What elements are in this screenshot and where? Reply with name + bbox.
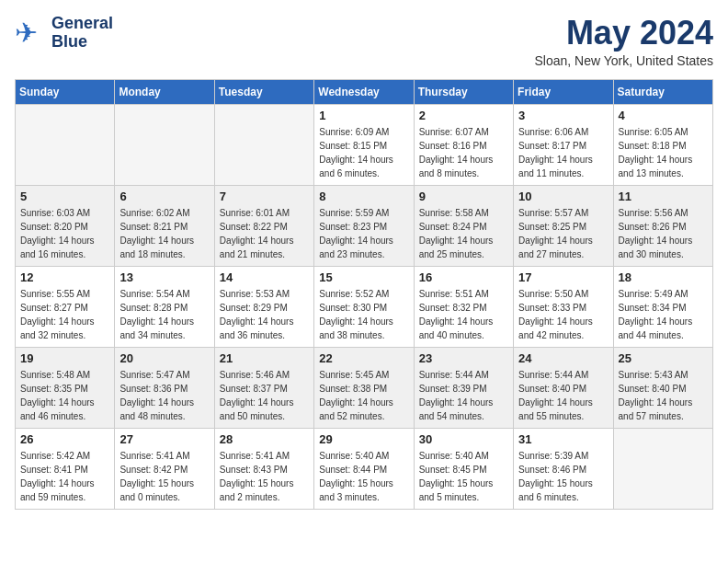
calendar-week-row: 12Sunrise: 5:55 AMSunset: 8:27 PMDayligh…: [16, 266, 713, 347]
day-info: Sunrise: 5:55 AMSunset: 8:27 PMDaylight:…: [20, 287, 109, 342]
svg-text:✈: ✈: [15, 17, 38, 48]
calendar-cell: 28Sunrise: 5:41 AMSunset: 8:43 PMDayligh…: [214, 428, 313, 509]
calendar-week-row: 26Sunrise: 5:42 AMSunset: 8:41 PMDayligh…: [16, 428, 713, 509]
day-number: 31: [518, 432, 608, 446]
day-info: Sunrise: 5:52 AMSunset: 8:30 PMDaylight:…: [319, 287, 408, 342]
day-number: 14: [220, 270, 309, 284]
day-info: Sunrise: 6:03 AMSunset: 8:20 PMDaylight:…: [20, 206, 109, 261]
calendar-cell: 21Sunrise: 5:46 AMSunset: 8:37 PMDayligh…: [214, 347, 313, 428]
calendar-cell: 14Sunrise: 5:53 AMSunset: 8:29 PMDayligh…: [214, 266, 313, 347]
calendar-cell: 4Sunrise: 6:05 AMSunset: 8:18 PMDaylight…: [613, 104, 712, 185]
calendar-cell: 27Sunrise: 5:41 AMSunset: 8:42 PMDayligh…: [115, 428, 214, 509]
calendar-cell: 7Sunrise: 6:01 AMSunset: 8:22 PMDaylight…: [214, 185, 313, 266]
day-info: Sunrise: 5:54 AMSunset: 8:28 PMDaylight:…: [119, 287, 209, 342]
day-number: 28: [220, 432, 309, 446]
calendar-cell: 6Sunrise: 6:02 AMSunset: 8:21 PMDaylight…: [115, 185, 214, 266]
weekday-header-thursday: Thursday: [414, 79, 513, 104]
calendar-cell: [16, 104, 115, 185]
weekday-header-row: SundayMondayTuesdayWednesdayThursdayFrid…: [16, 79, 713, 104]
calendar-cell: 24Sunrise: 5:44 AMSunset: 8:40 PMDayligh…: [514, 347, 613, 428]
calendar-cell: 9Sunrise: 5:58 AMSunset: 8:24 PMDaylight…: [414, 185, 513, 266]
calendar-week-row: 1Sunrise: 6:09 AMSunset: 8:15 PMDaylight…: [16, 104, 713, 185]
calendar-cell: 18Sunrise: 5:49 AMSunset: 8:34 PMDayligh…: [613, 266, 712, 347]
day-number: 16: [419, 270, 508, 284]
day-number: 17: [518, 270, 608, 284]
calendar-cell: [613, 428, 712, 509]
day-number: 23: [419, 351, 508, 365]
day-info: Sunrise: 5:48 AMSunset: 8:35 PMDaylight:…: [20, 368, 109, 423]
page-header: ✈ General Blue May 2024 Sloan, New York,…: [15, 15, 713, 68]
day-number: 15: [319, 270, 408, 284]
day-number: 25: [619, 351, 708, 365]
calendar-cell: 31Sunrise: 5:39 AMSunset: 8:46 PMDayligh…: [514, 428, 613, 509]
calendar-cell: 5Sunrise: 6:03 AMSunset: 8:20 PMDaylight…: [16, 185, 115, 266]
logo-text: General Blue: [51, 15, 113, 52]
calendar-cell: 23Sunrise: 5:44 AMSunset: 8:39 PMDayligh…: [414, 347, 513, 428]
day-number: 30: [419, 432, 508, 446]
calendar-cell: 12Sunrise: 5:55 AMSunset: 8:27 PMDayligh…: [16, 266, 115, 347]
day-number: 2: [419, 109, 508, 122]
day-info: Sunrise: 5:45 AMSunset: 8:38 PMDaylight:…: [319, 368, 408, 423]
day-info: Sunrise: 5:46 AMSunset: 8:37 PMDaylight:…: [220, 368, 309, 423]
day-number: 7: [220, 190, 309, 203]
calendar-week-row: 5Sunrise: 6:03 AMSunset: 8:20 PMDaylight…: [16, 185, 713, 266]
day-number: 9: [419, 190, 508, 203]
weekday-header-saturday: Saturday: [613, 79, 712, 104]
day-info: Sunrise: 5:44 AMSunset: 8:39 PMDaylight:…: [419, 368, 508, 423]
day-info: Sunrise: 5:49 AMSunset: 8:34 PMDaylight:…: [619, 287, 708, 342]
day-info: Sunrise: 5:44 AMSunset: 8:40 PMDaylight:…: [518, 368, 608, 423]
day-info: Sunrise: 5:50 AMSunset: 8:33 PMDaylight:…: [518, 287, 608, 342]
day-number: 4: [619, 109, 708, 122]
day-info: Sunrise: 5:51 AMSunset: 8:32 PMDaylight:…: [419, 287, 508, 342]
day-info: Sunrise: 6:06 AMSunset: 8:17 PMDaylight:…: [518, 125, 608, 180]
location-text: Sloan, New York, United States: [534, 53, 713, 68]
calendar-cell: 30Sunrise: 5:40 AMSunset: 8:45 PMDayligh…: [414, 428, 513, 509]
day-info: Sunrise: 5:57 AMSunset: 8:25 PMDaylight:…: [518, 206, 608, 261]
logo-icon: ✈: [15, 17, 48, 50]
weekday-header-wednesday: Wednesday: [314, 79, 414, 104]
day-info: Sunrise: 6:07 AMSunset: 8:16 PMDaylight:…: [419, 125, 508, 180]
calendar-table: SundayMondayTuesdayWednesdayThursdayFrid…: [15, 79, 713, 510]
weekday-header-monday: Monday: [115, 79, 214, 104]
calendar-cell: 22Sunrise: 5:45 AMSunset: 8:38 PMDayligh…: [314, 347, 414, 428]
day-info: Sunrise: 5:41 AMSunset: 8:42 PMDaylight:…: [119, 449, 209, 504]
calendar-cell: 29Sunrise: 5:40 AMSunset: 8:44 PMDayligh…: [314, 428, 414, 509]
day-number: 21: [220, 351, 309, 365]
logo: ✈ General Blue: [15, 15, 113, 52]
day-number: 12: [20, 270, 109, 284]
day-info: Sunrise: 5:53 AMSunset: 8:29 PMDaylight:…: [220, 287, 309, 342]
day-number: 19: [20, 351, 109, 365]
calendar-cell: 17Sunrise: 5:50 AMSunset: 8:33 PMDayligh…: [514, 266, 613, 347]
month-title: May 2024: [534, 15, 713, 52]
title-block: May 2024 Sloan, New York, United States: [534, 15, 713, 68]
weekday-header-friday: Friday: [514, 79, 613, 104]
calendar-cell: [115, 104, 214, 185]
weekday-header-sunday: Sunday: [16, 79, 115, 104]
day-number: 1: [319, 109, 408, 122]
day-number: 22: [319, 351, 408, 365]
day-number: 11: [619, 190, 708, 203]
calendar-cell: 26Sunrise: 5:42 AMSunset: 8:41 PMDayligh…: [16, 428, 115, 509]
calendar-cell: 10Sunrise: 5:57 AMSunset: 8:25 PMDayligh…: [514, 185, 613, 266]
day-number: 18: [619, 270, 708, 284]
calendar-cell: 3Sunrise: 6:06 AMSunset: 8:17 PMDaylight…: [514, 104, 613, 185]
calendar-week-row: 19Sunrise: 5:48 AMSunset: 8:35 PMDayligh…: [16, 347, 713, 428]
calendar-cell: 11Sunrise: 5:56 AMSunset: 8:26 PMDayligh…: [613, 185, 712, 266]
day-info: Sunrise: 6:05 AMSunset: 8:18 PMDaylight:…: [619, 125, 708, 180]
day-info: Sunrise: 5:40 AMSunset: 8:45 PMDaylight:…: [419, 449, 508, 504]
calendar-cell: 13Sunrise: 5:54 AMSunset: 8:28 PMDayligh…: [115, 266, 214, 347]
day-info: Sunrise: 5:56 AMSunset: 8:26 PMDaylight:…: [619, 206, 708, 261]
day-number: 3: [518, 109, 608, 122]
day-info: Sunrise: 6:02 AMSunset: 8:21 PMDaylight:…: [119, 206, 209, 261]
calendar-cell: 2Sunrise: 6:07 AMSunset: 8:16 PMDaylight…: [414, 104, 513, 185]
day-number: 8: [319, 190, 408, 203]
day-info: Sunrise: 5:41 AMSunset: 8:43 PMDaylight:…: [220, 449, 309, 504]
day-info: Sunrise: 6:09 AMSunset: 8:15 PMDaylight:…: [319, 125, 408, 180]
day-number: 27: [119, 432, 209, 446]
day-number: 5: [20, 190, 109, 203]
calendar-cell: 20Sunrise: 5:47 AMSunset: 8:36 PMDayligh…: [115, 347, 214, 428]
calendar-cell: 15Sunrise: 5:52 AMSunset: 8:30 PMDayligh…: [314, 266, 414, 347]
day-number: 13: [119, 270, 209, 284]
day-number: 26: [20, 432, 109, 446]
day-info: Sunrise: 5:39 AMSunset: 8:46 PMDaylight:…: [518, 449, 608, 504]
